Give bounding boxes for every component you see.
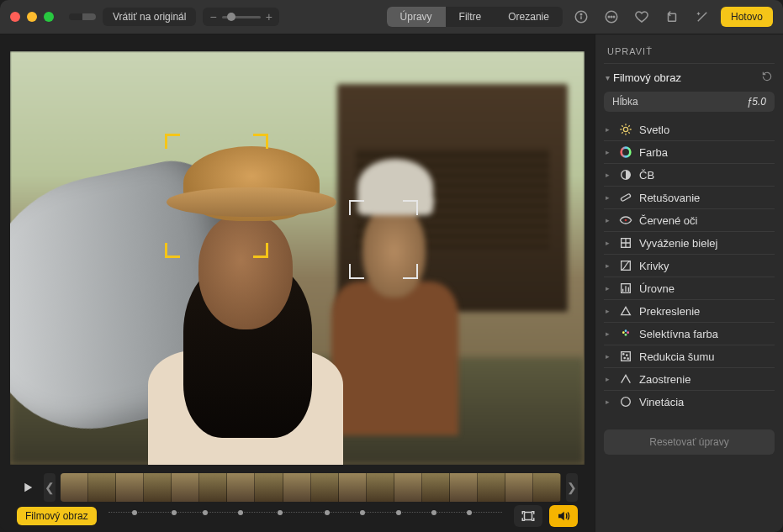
cinematic-section-header[interactable]: ▾ Filmový obraz <box>604 64 775 90</box>
filmstrip-frame[interactable] <box>394 473 422 502</box>
svg-rect-15 <box>621 193 631 201</box>
svg-point-27 <box>624 357 625 358</box>
ring-color-icon <box>619 145 632 159</box>
keyframe-dot[interactable] <box>431 510 436 515</box>
zoom-track[interactable] <box>222 16 261 18</box>
window-controls <box>10 12 54 22</box>
compare-view-icon[interactable] <box>69 13 82 20</box>
adjustment-label: Redukcia šumu <box>639 350 715 363</box>
filmstrip-frame[interactable] <box>283 473 311 502</box>
svg-point-8 <box>611 16 612 18</box>
filmstrip-frame[interactable] <box>255 473 283 502</box>
keyframe-dot[interactable] <box>203 510 208 515</box>
keyframe-dot[interactable] <box>325 510 330 515</box>
adjustment-color[interactable]: ▸Farba <box>604 140 775 163</box>
tab-crop[interactable]: Orezanie <box>495 7 563 27</box>
cinematic-label: Filmový obraz <box>613 71 681 84</box>
info-icon[interactable] <box>569 5 593 29</box>
adjustment-retouch[interactable]: ▸Retušovanie <box>604 186 775 208</box>
filmstrip-frame[interactable] <box>367 473 394 502</box>
close-window[interactable] <box>10 12 20 22</box>
keyframe-dot[interactable] <box>238 510 243 515</box>
clip-end-handle[interactable]: ❯ <box>566 473 578 502</box>
filmstrip-frame[interactable] <box>422 473 450 502</box>
adjustment-sharpen[interactable]: ▸Zaostrenie <box>604 367 775 390</box>
palette-icon <box>619 327 632 340</box>
chevron-right-icon: ▸ <box>606 148 612 156</box>
filmstrip-frame[interactable] <box>61 473 88 502</box>
tab-adjust[interactable]: Úpravy <box>387 7 446 27</box>
zoom-out-icon[interactable]: − <box>209 10 216 24</box>
adjustment-curves[interactable]: ▸Krivky <box>604 254 775 277</box>
adjustment-definition[interactable]: ▸Prekreslenie <box>604 299 775 322</box>
adjustment-bw[interactable]: ▸ČB <box>604 163 775 186</box>
adjustment-vignette[interactable]: ▸Vinetácia <box>604 390 775 413</box>
zoom-thumb[interactable] <box>227 13 235 21</box>
video-canvas[interactable] <box>10 51 585 465</box>
keyframe-dot[interactable] <box>467 510 472 515</box>
reset-all-button[interactable]: Resetovať úpravy <box>604 429 775 455</box>
filmstrip-frame[interactable] <box>533 473 561 502</box>
tab-filters[interactable]: Filtre <box>446 7 495 27</box>
keyframe-track[interactable] <box>108 512 502 520</box>
zoom-slider[interactable]: − + <box>203 8 278 26</box>
adjustment-wb[interactable]: ▸Vyváženie bielej <box>604 231 775 254</box>
filmstrip[interactable] <box>61 473 561 502</box>
zoom-window[interactable] <box>44 12 54 22</box>
done-button[interactable]: Hotovo <box>721 7 773 27</box>
svg-point-21 <box>625 329 627 332</box>
minimize-window[interactable] <box>27 12 37 22</box>
filmstrip-frame[interactable] <box>144 473 172 502</box>
keyframe-dot[interactable] <box>172 510 177 515</box>
keyframe-dot[interactable] <box>396 510 401 515</box>
play-button[interactable] <box>17 477 39 498</box>
chevron-right-icon: ▸ <box>606 125 612 134</box>
cinematic-reset-icon[interactable] <box>761 71 773 85</box>
svg-rect-11 <box>525 513 532 520</box>
filmstrip-frame[interactable] <box>505 473 533 502</box>
favorite-icon[interactable] <box>630 5 653 29</box>
chevron-right-icon: ▸ <box>606 261 612 270</box>
filmstrip-frame[interactable] <box>116 473 144 502</box>
chevron-right-icon: ▸ <box>606 307 612 315</box>
chevron-right-icon: ▸ <box>606 193 612 202</box>
single-view-icon[interactable] <box>82 13 96 20</box>
focus-manual-button[interactable] <box>514 505 542 527</box>
adjustment-selcolor[interactable]: ▸Selektívna farba <box>604 322 775 345</box>
keyframe-dot[interactable] <box>360 510 365 515</box>
filmstrip-frame[interactable] <box>311 473 339 502</box>
svg-point-9 <box>613 16 615 18</box>
filmstrip-frame[interactable] <box>88 473 116 502</box>
filmstrip-frame[interactable] <box>478 473 505 502</box>
adjustment-redeye[interactable]: ▸Červené oči <box>604 208 775 231</box>
chevron-right-icon: ▸ <box>606 239 612 247</box>
filmstrip-frame[interactable] <box>227 473 255 502</box>
filmstrip-frame[interactable] <box>339 473 367 502</box>
title-bar: Vrátiť na originál − + Úpravy Filtre Ore… <box>0 0 783 34</box>
keyframe-dot[interactable] <box>278 510 283 515</box>
rotate-icon[interactable] <box>660 5 684 29</box>
adjustment-label: Prekreslenie <box>639 305 700 318</box>
audio-button[interactable] <box>549 505 578 527</box>
filmstrip-frame[interactable] <box>450 473 478 502</box>
adjustment-noise[interactable]: ▸Redukcia šumu <box>604 345 775 367</box>
filmstrip-frame[interactable] <box>199 473 227 502</box>
focus-bracket-secondary[interactable] <box>349 200 418 278</box>
adjustment-label: Zaostrenie <box>639 373 690 386</box>
more-icon[interactable] <box>600 5 623 29</box>
depth-row[interactable]: Hĺbka ƒ5.0 <box>604 92 775 112</box>
focus-bracket-primary[interactable] <box>165 134 268 258</box>
zoom-in-icon[interactable]: + <box>266 10 272 24</box>
svg-point-12 <box>623 127 627 131</box>
adjustment-light[interactable]: ▸Svetlo <box>604 119 775 140</box>
revert-button[interactable]: Vrátiť na originál <box>103 8 196 26</box>
auto-enhance-icon[interactable] <box>690 5 714 29</box>
filmstrip-frame[interactable] <box>172 473 199 502</box>
cinematic-badge[interactable]: Filmový obraz <box>17 507 97 525</box>
clip-start-handle[interactable]: ❮ <box>44 473 56 502</box>
sidebar-title: UPRAVIŤ <box>604 43 775 64</box>
eye-icon <box>619 213 632 227</box>
keyframe-dot[interactable] <box>132 510 137 515</box>
adjustment-levels[interactable]: ▸Úrovne <box>604 277 775 299</box>
view-mode-segment[interactable] <box>69 13 96 20</box>
